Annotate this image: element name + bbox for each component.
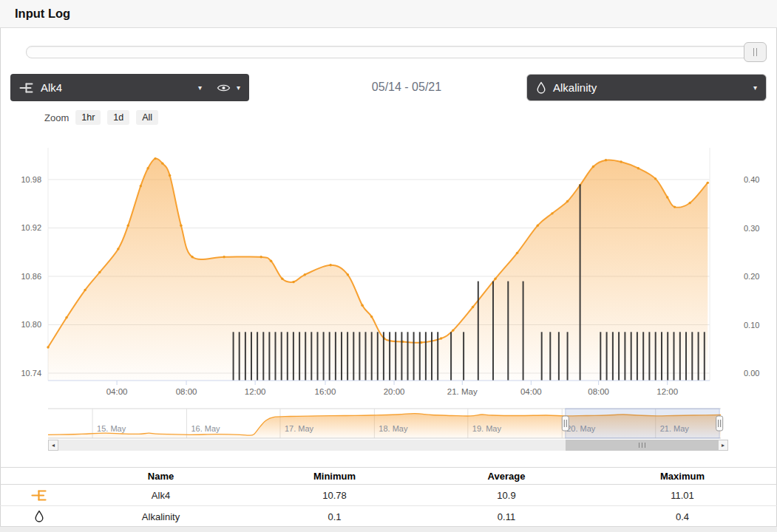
event-bar: [293, 332, 294, 381]
data-point-marker: [65, 316, 67, 318]
cell-name: Alkalinity: [78, 511, 244, 522]
event-bar: [233, 332, 234, 381]
event-bar: [507, 282, 509, 381]
droplet-icon: [536, 81, 546, 95]
svg-text:0.10: 0.10: [744, 321, 759, 330]
event-bar: [463, 332, 464, 381]
svg-text:08:00: 08:00: [176, 387, 197, 396]
event-bar: [523, 282, 524, 381]
time-range-slider-track[interactable]: [26, 46, 767, 58]
cell-average: 10.9: [425, 490, 588, 501]
event-bar: [239, 332, 240, 381]
data-point-marker: [452, 329, 454, 331]
col-header-minimum: Minimum: [244, 471, 425, 482]
event-bar: [478, 282, 479, 381]
input-log-page: Input Log Alk4 ▾ ▾ 05/14 - 05/21 Alkal: [0, 0, 777, 532]
zoom-controls: Zoom 1hr 1d All: [44, 110, 158, 125]
event-bar: [618, 332, 620, 381]
event-bar: [624, 332, 625, 381]
svg-text:17. May: 17. May: [285, 424, 314, 433]
data-point-marker: [605, 159, 607, 161]
main-chart[interactable]: 10.9810.9210.8610.8010.740.400.300.200.1…: [0, 137, 777, 403]
zoom-option-1hr[interactable]: 1hr: [75, 110, 101, 125]
probe-icon: [19, 82, 34, 94]
col-header-average: Average: [425, 471, 588, 482]
chevron-down-icon: ▾: [753, 83, 757, 92]
event-bar: [492, 282, 494, 381]
svg-text:18. May: 18. May: [379, 424, 408, 433]
event-bar: [567, 332, 569, 381]
stats-table: Name Minimum Average Maximum Alk4 10.78 …: [0, 467, 777, 528]
event-bar: [287, 332, 288, 381]
event-bar: [401, 332, 402, 381]
navigator-selection[interactable]: [566, 409, 719, 438]
col-header-name: Name: [78, 471, 244, 482]
event-bar: [281, 332, 282, 381]
event-bar: [425, 332, 427, 381]
event-bar: [673, 332, 675, 381]
navigator-handle-left[interactable]: [562, 416, 569, 431]
svg-text:19. May: 19. May: [472, 424, 502, 433]
data-point-marker: [259, 256, 262, 258]
event-bar: [347, 332, 348, 381]
event-bar: [305, 332, 306, 381]
data-point-marker: [347, 273, 349, 276]
data-point-marker: [440, 337, 442, 339]
scroll-right-button[interactable]: ▸: [718, 440, 728, 451]
svg-text:21. May: 21. May: [447, 387, 478, 396]
event-bar: [580, 185, 581, 381]
event-bar: [365, 332, 367, 381]
visibility-toggle[interactable]: ▾: [217, 83, 240, 93]
data-point-marker: [140, 185, 142, 187]
event-bar: [395, 332, 396, 381]
chevron-down-icon: ▾: [237, 83, 240, 92]
data-point-marker: [370, 316, 373, 318]
scroll-left-button[interactable]: ◂: [48, 440, 58, 451]
event-bar: [549, 332, 551, 381]
data-point-marker: [169, 174, 171, 177]
svg-text:15. May: 15. May: [97, 424, 126, 433]
event-bar: [600, 332, 601, 381]
data-point-marker: [537, 225, 539, 227]
event-bar: [245, 332, 246, 381]
data-point-marker: [673, 205, 676, 208]
data-point-marker: [146, 167, 149, 169]
svg-text:04:00: 04:00: [106, 387, 128, 396]
event-bar: [679, 332, 681, 381]
data-point-marker: [281, 278, 283, 280]
data-point-marker: [127, 225, 129, 227]
event-bar: [612, 332, 614, 381]
event-bar: [317, 332, 319, 381]
navigator-scrollbar[interactable]: ◂ ▸: [48, 440, 728, 451]
scrollbar-thumb[interactable]: [566, 440, 718, 451]
zoom-label: Zoom: [44, 112, 69, 123]
x-axis: 04:0008:0012:0016:0020:0021. May04:0008:…: [48, 381, 710, 396]
probe-selector-dropdown[interactable]: Alkalinity ▾: [526, 74, 767, 101]
data-point-marker: [270, 260, 272, 262]
navigator-handle-right[interactable]: [716, 416, 723, 431]
event-bar: [685, 332, 687, 381]
event-bar: [371, 332, 373, 381]
data-point-marker: [180, 225, 182, 227]
input-selector-dropdown[interactable]: Alk4 ▾ ▾: [10, 74, 249, 101]
data-point-marker: [592, 166, 594, 168]
event-bar: [299, 332, 300, 381]
event-bar: [323, 332, 325, 381]
zoom-option-all[interactable]: All: [136, 110, 158, 125]
droplet-icon: [34, 510, 44, 523]
event-bar: [606, 332, 608, 381]
data-point-marker: [654, 177, 656, 180]
y-axis-right-labels: 0.400.300.200.100.00: [744, 175, 759, 378]
event-bar: [431, 332, 432, 381]
event-bar: [691, 332, 693, 381]
data-point-marker: [566, 200, 569, 202]
zoom-option-1d[interactable]: 1d: [107, 110, 129, 125]
table-row: Alkalinity 0.1 0.11 0.4: [0, 506, 777, 528]
svg-text:12:00: 12:00: [245, 387, 266, 396]
cell-name: Alk4: [78, 490, 244, 501]
time-range-slider-handle[interactable]: [744, 42, 767, 62]
event-bar: [631, 332, 632, 381]
data-point-marker: [329, 264, 331, 266]
navigator-chart[interactable]: 15. May16. May17. May18. May19. May20. M…: [0, 405, 777, 440]
event-bar: [359, 332, 360, 381]
